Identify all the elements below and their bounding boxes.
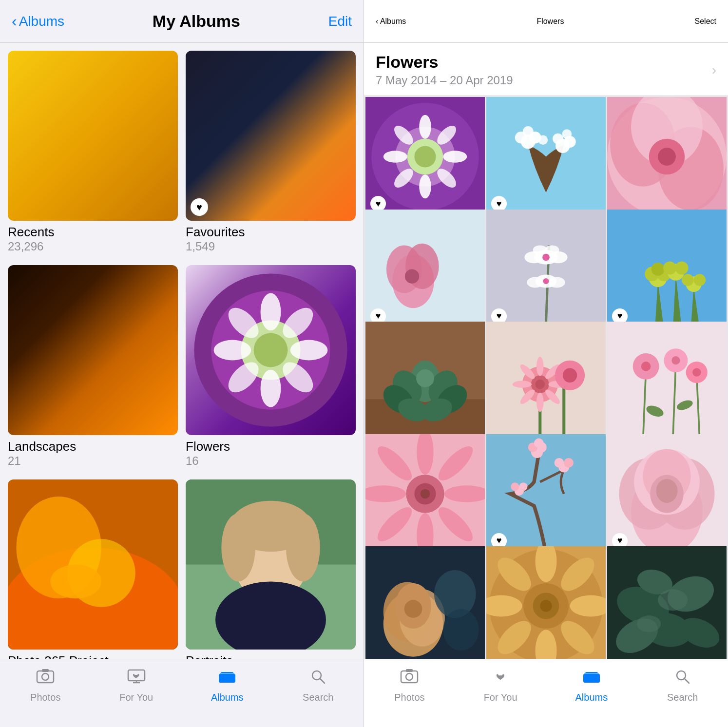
album-name-landscapes: Landscapes <box>8 439 178 454</box>
photo-cell-f13[interactable] <box>365 546 485 659</box>
album-thumb-flowers <box>186 265 356 435</box>
photo-f10-svg <box>365 434 485 554</box>
svg-point-51 <box>523 126 534 137</box>
svg-point-80 <box>527 277 543 287</box>
svg-point-104 <box>416 369 434 387</box>
right-tab-albums-label: Albums <box>575 692 608 703</box>
right-tab-for-you-icon <box>491 667 510 689</box>
portraits-thumb-svg <box>186 479 356 650</box>
album-thumb-recents <box>8 51 178 221</box>
photo-cell-f10[interactable] <box>365 434 485 554</box>
right-back-label: Albums <box>380 17 406 25</box>
photo-f13-svg <box>365 546 485 659</box>
svg-point-152 <box>555 458 564 468</box>
album-thumb-photo365 <box>8 479 178 650</box>
svg-point-52 <box>538 135 548 145</box>
left-tab-photos-icon <box>36 667 55 689</box>
left-tab-for-you[interactable]: For You <box>91 667 182 703</box>
svg-rect-196 <box>406 669 413 672</box>
left-tab-albums-label: Albums <box>211 692 244 703</box>
svg-point-113 <box>513 381 532 388</box>
right-tab-search-label: Search <box>667 692 698 703</box>
left-tab-bar: Photos For You A <box>0 659 364 727</box>
photo-cell-f11[interactable]: ♥ <box>486 434 606 554</box>
svg-rect-30 <box>220 673 234 674</box>
svg-point-163 <box>656 479 677 503</box>
svg-point-40 <box>383 151 407 163</box>
album-thumb-favourites: ♥ <box>186 51 356 221</box>
svg-point-3 <box>254 333 288 367</box>
photo-cell-f4[interactable]: ♥ <box>365 210 485 329</box>
left-back-label: Albums <box>19 14 64 29</box>
svg-point-90 <box>663 261 676 274</box>
photo-cell-f5[interactable]: ♥ <box>486 210 606 329</box>
photo-cell-f9[interactable] <box>607 322 727 441</box>
svg-rect-24 <box>37 671 54 683</box>
favourites-heart-badge: ♥ <box>191 198 208 216</box>
photo-f14-svg <box>486 546 606 659</box>
photo-cell-f1[interactable]: ♥ <box>365 97 485 216</box>
albums-grid: Recents 23,296 ♥ Favourites 1,549 Landsc… <box>8 51 356 659</box>
flowers-info-chevron-icon[interactable]: › <box>712 62 716 78</box>
svg-point-192 <box>658 590 688 611</box>
svg-point-88 <box>651 263 665 276</box>
svg-point-39 <box>419 174 431 198</box>
right-tab-bar: Photos For You Albums <box>364 659 728 727</box>
photo-cell-f3[interactable] <box>607 97 727 216</box>
svg-point-38 <box>419 115 431 139</box>
svg-point-6 <box>214 340 251 361</box>
svg-line-32 <box>320 679 325 683</box>
left-tab-albums[interactable]: Albums <box>182 667 273 703</box>
svg-point-22 <box>221 514 255 582</box>
album-count-favourites: 1,549 <box>186 240 356 253</box>
photo-cell-f8[interactable] <box>486 322 606 441</box>
left-tab-search-icon <box>309 667 327 689</box>
right-tab-search-icon <box>673 667 692 689</box>
right-tab-search[interactable]: Search <box>637 667 728 703</box>
left-tab-photos-label: Photos <box>30 692 60 703</box>
flowers-info: Flowers 7 May 2014 – 20 Apr 2019 › <box>364 43 728 96</box>
photo-cell-f2[interactable]: ♥ <box>486 97 606 216</box>
right-chevron-icon: ‹ <box>376 17 378 25</box>
svg-point-94 <box>694 274 706 286</box>
album-count-flowers: 16 <box>186 454 356 468</box>
album-name-favourites: Favourites <box>186 225 356 240</box>
svg-point-110 <box>535 380 545 389</box>
svg-point-56 <box>562 129 572 139</box>
svg-point-91 <box>675 261 689 274</box>
right-back-button[interactable]: ‹ Albums <box>376 17 406 26</box>
photo-cell-f15[interactable] <box>607 546 727 659</box>
svg-point-16 <box>50 565 101 599</box>
left-tab-search[interactable]: Search <box>273 667 364 703</box>
flowers-info-text: Flowers 7 May 2014 – 20 Apr 2019 <box>376 53 513 87</box>
svg-point-5 <box>261 370 281 407</box>
photo-cell-f12[interactable]: ♥ <box>607 434 727 554</box>
photo-f15-svg <box>607 546 727 659</box>
photo-cell-f7[interactable] <box>365 322 485 441</box>
svg-point-155 <box>519 482 527 491</box>
right-tab-for-you[interactable]: For You <box>455 667 546 703</box>
right-tab-photos[interactable]: Photos <box>364 667 455 703</box>
photo-f8-svg <box>486 322 606 441</box>
album-item-landscapes[interactable]: Landscapes 21 <box>8 265 178 468</box>
album-item-favourites[interactable]: ♥ Favourites 1,549 <box>186 51 356 253</box>
album-item-photo365[interactable]: Photo 365 Project 78 <box>8 479 178 659</box>
photo-cell-f14[interactable] <box>486 546 606 659</box>
left-edit-button[interactable]: Edit <box>328 14 352 29</box>
right-select-button[interactable]: Select <box>695 17 716 26</box>
left-tab-photos[interactable]: Photos <box>0 667 91 703</box>
left-back-button[interactable]: ‹ Albums <box>12 12 64 30</box>
flowers-photos-grid: ♥ ♥ <box>364 96 728 659</box>
svg-point-69 <box>405 269 419 283</box>
svg-point-37 <box>414 146 436 167</box>
album-item-portraits[interactable]: Portraits 16 <box>186 479 356 659</box>
svg-point-126 <box>641 362 651 371</box>
album-name-photo365: Photo 365 Project <box>8 653 178 659</box>
album-thumb-portraits <box>186 479 356 650</box>
album-item-recents[interactable]: Recents 23,296 <box>8 51 178 253</box>
album-item-flowers[interactable]: Flowers 16 <box>186 265 356 468</box>
photo-cell-f6[interactable]: ♥ <box>607 210 727 329</box>
right-tab-albums[interactable]: Albums <box>546 667 637 703</box>
svg-point-7 <box>290 340 328 361</box>
right-tab-photos-icon <box>400 667 419 689</box>
